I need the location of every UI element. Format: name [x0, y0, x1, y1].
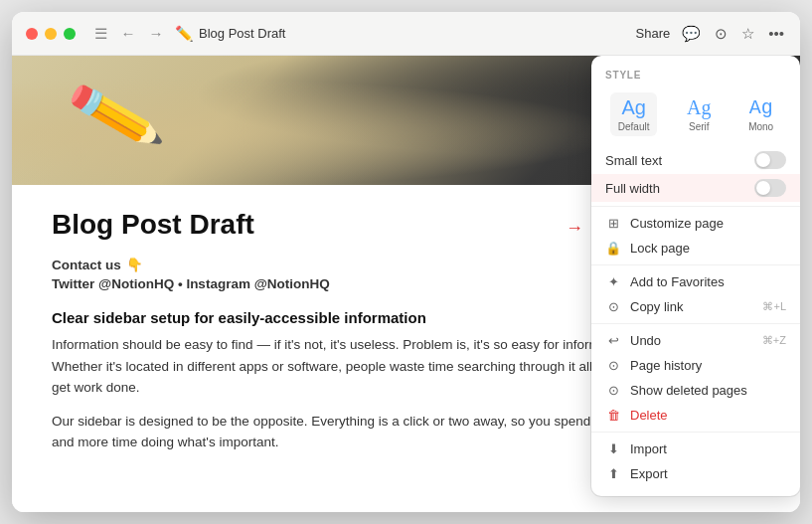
page-history-label: Page history — [630, 358, 702, 373]
style-section-label: STYLE — [591, 66, 800, 87]
app-window: ☰ ← → ✏️ Blog Post Draft Share 💬 ⊙ ☆ •••… — [12, 12, 800, 512]
traffic-lights — [26, 28, 76, 40]
show-deleted-icon: ⊙ — [605, 383, 621, 398]
style-mono[interactable]: Ag Mono — [740, 92, 781, 136]
style-serif[interactable]: Ag Serif — [679, 92, 719, 136]
copy-link-item[interactable]: ⊙ Copy link ⌘+L — [591, 294, 800, 319]
page-history-icon: ⊙ — [605, 358, 621, 373]
undo-item[interactable]: ↩ Undo ⌘+Z — [591, 328, 800, 353]
forward-icon[interactable]: → — [145, 23, 167, 45]
contact-emoji: 👇 — [126, 257, 143, 272]
add-favorites-item[interactable]: ✦ Add to Favorites — [591, 269, 800, 294]
show-deleted-label: Show deleted pages — [630, 383, 747, 398]
help-icon[interactable]: ⊙ — [713, 23, 730, 45]
copy-link-icon: ⊙ — [605, 299, 621, 314]
dropdown-menu: STYLE Ag Default Ag Serif Ag Mono Small … — [591, 56, 800, 496]
minimize-button[interactable] — [45, 28, 57, 40]
hero-pencil-emoji: ✏️ — [63, 66, 167, 167]
style-mono-font: Ag — [749, 96, 773, 119]
main-content: ✏️ Blog Post Draft Contact us 👇 Twitter … — [12, 56, 800, 512]
export-item[interactable]: ⬆ Export — [591, 461, 800, 486]
divider-4 — [591, 432, 800, 433]
star-icon[interactable]: ☆ — [739, 23, 756, 45]
add-favorites-label: Add to Favorites — [630, 274, 725, 289]
delete-item[interactable]: 🗑 Delete — [591, 403, 800, 428]
undo-shortcut: ⌘+Z — [762, 334, 786, 347]
small-text-row: Small text — [591, 146, 800, 174]
divider-3 — [591, 323, 800, 324]
import-item[interactable]: ⬇ Import — [591, 437, 800, 461]
divider-1 — [591, 206, 800, 207]
style-default-font: Ag — [621, 96, 645, 119]
undo-icon: ↩ — [605, 333, 621, 348]
page-title-area: ✏️ Blog Post Draft — [175, 25, 636, 43]
social-text: Twitter @NotionHQ • Instagram @NotionHQ — [52, 276, 330, 291]
lock-page-icon: 🔒 — [605, 241, 621, 256]
undo-label: Undo — [630, 333, 661, 348]
small-text-toggle[interactable] — [754, 151, 786, 169]
more-icon[interactable]: ••• — [766, 23, 786, 44]
full-width-row: Full width — [591, 174, 800, 202]
export-icon: ⬆ — [605, 466, 621, 481]
nav-icons: ☰ ← → — [89, 23, 167, 45]
close-button[interactable] — [26, 28, 38, 40]
import-label: Import — [630, 441, 667, 456]
titlebar-right: Share 💬 ⊙ ☆ ••• — [636, 23, 786, 45]
page-title-with-icon: ✏️ Blog Post Draft — [175, 25, 285, 43]
customize-page-label: Customize page — [630, 216, 724, 231]
style-default[interactable]: Ag Default — [610, 92, 658, 136]
page-title-text: Blog Post Draft — [199, 26, 285, 41]
share-button[interactable]: Share — [636, 26, 671, 41]
comment-icon[interactable]: 💬 — [680, 23, 703, 45]
pencil-icon: ✏️ — [175, 25, 194, 43]
lock-page-item[interactable]: 🔒 Lock page — [591, 236, 800, 261]
show-deleted-item[interactable]: ⊙ Show deleted pages — [591, 378, 800, 403]
back-icon[interactable]: ← — [117, 23, 139, 45]
style-row: Ag Default Ag Serif Ag Mono — [591, 87, 800, 146]
maximize-button[interactable] — [64, 28, 76, 40]
style-mono-label: Mono — [748, 121, 773, 132]
sidebar-toggle-icon[interactable]: ☰ — [89, 23, 111, 45]
full-width-label: Full width — [605, 181, 660, 196]
customize-page-item[interactable]: ⊞ Customize page — [591, 211, 800, 236]
favorites-icon: ✦ — [605, 274, 621, 289]
customize-page-icon: ⊞ — [605, 216, 621, 231]
style-serif-label: Serif — [689, 121, 710, 132]
small-text-label: Small text — [605, 153, 662, 168]
copy-link-label: Copy link — [630, 299, 683, 314]
lock-page-label: Lock page — [630, 241, 690, 256]
delete-icon: 🗑 — [605, 408, 621, 423]
page-history-item[interactable]: ⊙ Page history — [591, 353, 800, 378]
copy-link-shortcut: ⌘+L — [762, 300, 786, 313]
titlebar: ☰ ← → ✏️ Blog Post Draft Share 💬 ⊙ ☆ ••• — [12, 12, 800, 56]
divider-2 — [591, 264, 800, 265]
style-default-label: Default — [618, 121, 650, 132]
style-serif-font: Ag — [687, 96, 711, 119]
arrow-indicator: → — [566, 218, 583, 239]
delete-label: Delete — [630, 408, 668, 423]
contact-label: Contact us — [52, 258, 121, 272]
import-icon: ⬇ — [605, 441, 621, 456]
full-width-toggle[interactable] — [754, 179, 786, 197]
export-label: Export — [630, 466, 668, 481]
